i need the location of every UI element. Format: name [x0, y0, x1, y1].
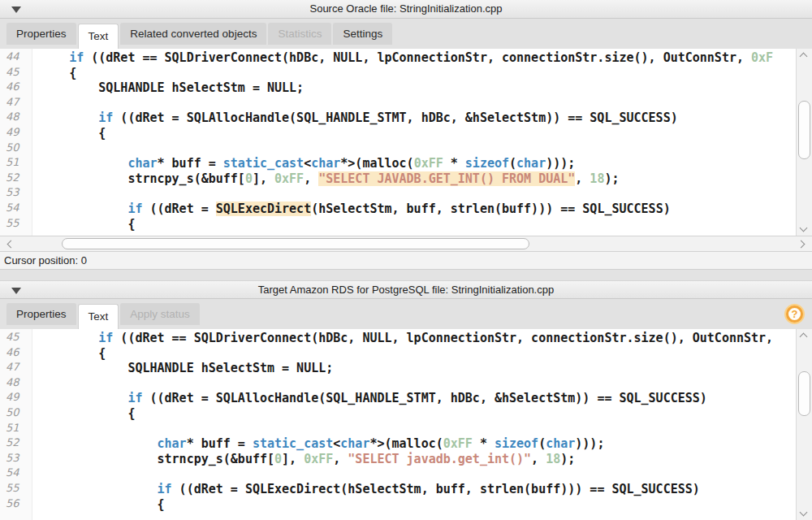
code-line: 52 strncpy_s(&buff[0], 0xFF, "SELECT JAV… — [0, 171, 796, 187]
scroll-left-icon[interactable] — [7, 240, 15, 249]
code-text: { — [32, 346, 106, 362]
code-text: if ((dRet == SQLDriverConnect(hDBc, NULL… — [32, 331, 773, 346]
code-line: 49 { — [0, 126, 796, 141]
source-code-editor[interactable]: 44 if ((dRet == SQLDriverConnect(hDBc, N… — [0, 49, 812, 236]
code-text: SQLHANDLE hSelectStm = NULL; — [32, 80, 304, 96]
code-line: 47 SQLHANDLE hSelectStm = NULL; — [0, 361, 796, 376]
code-text: { — [32, 406, 135, 422]
source-panel-header: Source Oracle file: StringInitialization… — [0, 0, 812, 19]
tab-apply-status: Apply status — [120, 303, 200, 325]
code-line: 48 if ((dRet = SQLAllocHandle(SQL_HANDLE… — [0, 110, 796, 126]
code-line: 53 — [0, 186, 796, 202]
tab-properties[interactable]: Properties — [6, 23, 76, 45]
line-number: 55 — [0, 482, 32, 497]
code-line: 45 { — [0, 66, 796, 81]
source-vscroll-thumb[interactable] — [798, 101, 810, 159]
tab-text[interactable]: Text — [78, 304, 119, 329]
line-number: 55 — [0, 217, 32, 232]
line-number: 48 — [0, 376, 32, 392]
source-horizontal-scrollbar[interactable] — [0, 236, 812, 252]
line-number: 46 — [0, 80, 32, 96]
line-number: 53 — [0, 186, 32, 202]
code-line: 48 — [0, 376, 796, 392]
scroll-up-icon[interactable] — [800, 333, 808, 341]
code-line: 51 — [0, 422, 796, 437]
line-number: 45 — [0, 331, 32, 346]
code-text: if ((dRet = SQLAllocHandle(SQL_HANDLE_ST… — [32, 391, 707, 406]
code-text: strncpy_s(&buff[0], 0xFF, "SELECT JAVADB… — [32, 171, 619, 187]
source-tabstrip: PropertiesTextRelated converted objectsS… — [0, 19, 812, 49]
tab-text[interactable]: Text — [78, 24, 119, 49]
code-line: 53 strncpy_s(&buff[0], 0xFF, "SELECT jav… — [0, 452, 796, 467]
source-panel-title: Source Oracle file: StringInitialization… — [0, 2, 812, 15]
line-number: 56 — [0, 497, 32, 513]
code-text: { — [32, 217, 135, 232]
tab-properties[interactable]: Properties — [6, 303, 76, 325]
line-number: 51 — [0, 422, 32, 437]
code-line: 44 if ((dRet == SQLDriverConnect(hDBc, N… — [0, 50, 796, 66]
source-panel: Source Oracle file: StringInitialization… — [0, 0, 812, 270]
code-text: if ((dRet = SQLAllocHandle(SQL_HANDLE_ST… — [32, 110, 678, 126]
code-line: 55 if ((dRet = SQLExecDirect(hSelectStm,… — [0, 482, 796, 497]
code-line: 49 if ((dRet = SQLAllocHandle(SQL_HANDLE… — [0, 391, 796, 406]
target-code-editor[interactable]: 45 if ((dRet == SQLDriverConnect(hDBc, N… — [0, 329, 812, 520]
line-number: 44 — [0, 50, 32, 66]
code-line: 52 char* buff = static_cast<char*>(mallo… — [0, 436, 796, 452]
code-line: 47 — [0, 96, 796, 111]
line-number: 50 — [0, 406, 32, 422]
cursor-position-statusbar: Cursor position: 0 — [0, 252, 812, 270]
line-number: 49 — [0, 126, 32, 141]
line-number: 53 — [0, 452, 32, 467]
code-line: 55 { — [0, 217, 796, 232]
source-vertical-scrollbar[interactable] — [796, 49, 812, 236]
line-number: 47 — [0, 361, 32, 376]
target-panel: Target Amazon RDS for PostgreSQL file: S… — [0, 280, 812, 520]
code-text: if ((dRet = SQLExecDirect(hSelectStm, bu… — [32, 202, 671, 217]
line-number: 52 — [0, 171, 32, 187]
code-text: char* buff = static_cast<char*>(malloc(0… — [32, 436, 604, 452]
line-number: 50 — [0, 141, 32, 157]
target-tabstrip: PropertiesTextApply status? — [0, 299, 812, 329]
target-vscroll-thumb[interactable] — [798, 371, 810, 416]
code-line: 46 SQLHANDLE hSelectStm = NULL; — [0, 80, 796, 96]
line-number: 48 — [0, 110, 32, 126]
scroll-down-icon[interactable] — [800, 509, 808, 517]
line-number: 51 — [0, 156, 32, 171]
code-line: 54 — [0, 466, 796, 482]
line-number: 54 — [0, 466, 32, 482]
tab-related-converted-objects[interactable]: Related converted objects — [120, 23, 266, 45]
code-text: { — [32, 66, 76, 81]
code-text: if ((dRet == SQLDriverConnect(hDBc, NULL… — [32, 50, 773, 66]
line-number: 47 — [0, 96, 32, 111]
code-line: 46 { — [0, 346, 796, 362]
scroll-right-icon[interactable] — [797, 240, 806, 249]
tab-statistics: Statistics — [268, 23, 331, 45]
code-text: if ((dRet = SQLExecDirect(hSelectStm, bu… — [32, 482, 700, 497]
code-text: char* buff = static_cast<char*>(malloc(0… — [32, 156, 575, 171]
help-icon[interactable]: ? — [786, 306, 803, 323]
scroll-down-icon[interactable] — [800, 224, 808, 232]
target-vertical-scrollbar[interactable] — [796, 329, 812, 520]
code-line: 54 if ((dRet = SQLExecDirect(hSelectStm,… — [0, 202, 796, 217]
line-number: 49 — [0, 391, 32, 406]
code-line: 56 { — [0, 497, 796, 513]
line-number: 45 — [0, 66, 32, 81]
code-line: 50 { — [0, 406, 796, 422]
scroll-up-icon[interactable] — [800, 53, 808, 61]
code-line: 51 char* buff = static_cast<char*>(mallo… — [0, 156, 796, 171]
target-panel-header: Target Amazon RDS for PostgreSQL file: S… — [0, 280, 812, 299]
tab-settings[interactable]: Settings — [333, 23, 392, 45]
line-number: 54 — [0, 202, 32, 217]
code-text: strncpy_s(&buff[0], 0xFF, "SELECT javadb… — [32, 452, 575, 467]
code-text: { — [32, 126, 106, 141]
source-hscroll-thumb[interactable] — [62, 238, 529, 249]
code-text: { — [32, 497, 165, 513]
line-number: 52 — [0, 436, 32, 452]
code-line: 50 — [0, 141, 796, 157]
code-text: SQLHANDLE hSelectStm = NULL; — [32, 361, 333, 376]
code-line: 45 if ((dRet == SQLDriverConnect(hDBc, N… — [0, 331, 796, 346]
line-number: 46 — [0, 346, 32, 362]
target-panel-title: Target Amazon RDS for PostgreSQL file: S… — [0, 284, 812, 296]
